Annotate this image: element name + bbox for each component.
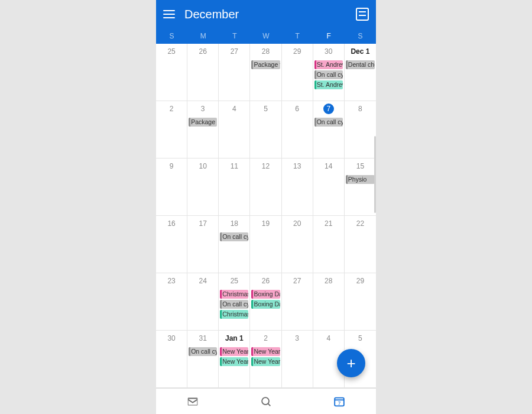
day-number: 12 <box>250 161 281 172</box>
nav-search[interactable] <box>229 389 303 414</box>
day-cell[interactable]: 26Boxing DaBoxing Da <box>250 273 281 331</box>
day-cell[interactable]: Dec 1Dental che <box>345 44 376 101</box>
dow-label: S <box>156 28 187 44</box>
day-number: 2 <box>156 104 187 114</box>
event-chip[interactable]: Boxing Da <box>251 300 280 309</box>
header-title[interactable]: December <box>184 8 346 21</box>
event-chips: Physio <box>345 175 376 184</box>
event-chips: Dental che <box>345 60 376 69</box>
day-number: 9 <box>156 161 187 172</box>
event-chip[interactable]: On call cy <box>220 300 248 309</box>
event-chips: New YearNew Year <box>250 347 281 366</box>
event-chip[interactable]: St. Andrew <box>314 80 343 89</box>
day-cell[interactable]: 14 <box>313 159 345 216</box>
event-chip[interactable]: Package t <box>251 60 280 69</box>
agenda-view-icon[interactable] <box>356 8 369 21</box>
day-cell[interactable]: 28 <box>313 273 345 331</box>
day-cell[interactable]: 18On call cy <box>219 216 250 273</box>
day-cell[interactable]: 23 <box>156 273 187 331</box>
day-cell[interactable]: 2 <box>156 101 187 159</box>
day-cell[interactable]: 22 <box>345 216 376 273</box>
day-cell[interactable]: 19 <box>250 216 281 273</box>
day-cell[interactable]: 16 <box>156 216 187 273</box>
day-number: 7 <box>313 104 344 114</box>
day-number: 23 <box>156 276 187 286</box>
month-grid[interactable]: 25262728Package t2930St. AndrewOn call c… <box>156 44 376 388</box>
day-number: 5 <box>345 333 376 344</box>
event-chip[interactable]: New Year <box>220 347 248 356</box>
event-chips: Boxing DaBoxing Da <box>250 290 281 309</box>
day-number: 18 <box>219 218 249 229</box>
search-icon <box>259 395 273 408</box>
day-cell[interactable]: 5 <box>250 101 281 159</box>
day-cell[interactable]: 3 <box>282 331 313 388</box>
day-cell[interactable]: 24 <box>187 273 219 331</box>
event-chip[interactable]: Boxing Da <box>251 290 280 299</box>
day-cell[interactable]: 15Physio <box>345 159 376 216</box>
day-cell[interactable]: Jan 1New YearNew Year <box>219 331 250 388</box>
event-chip[interactable]: On call cy <box>220 232 248 241</box>
day-number: 2 <box>250 333 281 344</box>
event-chip[interactable]: St. Andrew <box>314 60 343 69</box>
day-cell[interactable]: 27 <box>219 44 250 101</box>
day-cell[interactable]: 3Package t <box>187 101 219 159</box>
nav-mail[interactable] <box>156 389 229 414</box>
day-cell[interactable]: 27 <box>282 273 313 331</box>
nav-calendar[interactable]: 7 <box>303 389 376 414</box>
day-number: 15 <box>345 161 376 172</box>
day-cell[interactable]: 9 <box>156 159 187 216</box>
event-chip[interactable]: Package t <box>189 118 217 127</box>
day-cell[interactable]: 28Package t <box>250 44 281 101</box>
add-event-fab[interactable]: + <box>337 349 365 377</box>
event-chip[interactable]: Dental che <box>346 60 375 69</box>
event-chips: On call cy <box>313 118 344 127</box>
day-cell[interactable]: 17 <box>187 216 219 273</box>
day-cell[interactable]: 12 <box>250 159 281 216</box>
day-cell[interactable]: 8 <box>345 101 376 159</box>
app-header: December <box>156 0 376 28</box>
day-cell[interactable]: 20 <box>282 216 313 273</box>
calendar-icon: 7 <box>333 395 346 408</box>
day-cell[interactable]: 29 <box>282 44 313 101</box>
menu-icon[interactable] <box>163 10 175 18</box>
event-chip[interactable]: Christmas <box>220 310 248 319</box>
day-cell[interactable]: 31On call cy <box>187 331 219 388</box>
day-cell[interactable]: 10 <box>187 159 219 216</box>
day-number: 14 <box>313 161 344 172</box>
event-chip[interactable]: New Year <box>220 357 248 366</box>
day-cell[interactable]: 11 <box>219 159 250 216</box>
day-cell[interactable]: 21 <box>313 216 345 273</box>
day-cell[interactable]: 30 <box>156 331 187 388</box>
day-number: 13 <box>282 161 313 172</box>
event-chip[interactable]: On call cy <box>189 347 217 356</box>
day-cell[interactable]: 4 <box>219 101 250 159</box>
day-cell[interactable]: 13 <box>282 159 313 216</box>
day-cell[interactable]: 25 <box>156 44 187 101</box>
event-chip[interactable]: On call cy <box>314 118 343 127</box>
day-number: 10 <box>187 161 218 172</box>
day-cell[interactable]: 6 <box>282 101 313 159</box>
day-number: 30 <box>313 46 344 57</box>
day-number: 27 <box>219 46 249 57</box>
day-number: 25 <box>219 276 249 286</box>
event-chip[interactable]: New Year <box>251 357 280 366</box>
day-cell[interactable]: 2New YearNew Year <box>250 331 281 388</box>
event-chip[interactable]: On call cy <box>314 70 343 79</box>
svg-line-1 <box>268 403 270 406</box>
day-number: 26 <box>250 276 281 286</box>
day-number: 27 <box>282 276 313 286</box>
day-cell[interactable]: 25ChristmasOn call cyChristmas <box>219 273 250 331</box>
event-chip[interactable]: Physio <box>346 175 375 184</box>
event-chip[interactable]: Christmas <box>220 290 248 299</box>
day-cell[interactable]: 26 <box>187 44 219 101</box>
day-cell[interactable]: 30St. AndrewOn call cySt. Andrew <box>313 44 345 101</box>
event-chips: St. AndrewOn call cySt. Andrew <box>313 60 344 89</box>
day-number: 30 <box>156 333 187 344</box>
day-number: 29 <box>282 46 313 57</box>
scroll-indicator <box>374 136 376 213</box>
calendar-app-screen: December SMTWTFS 25262728Package t2930St… <box>156 0 376 414</box>
day-number: 16 <box>156 218 187 229</box>
day-cell[interactable]: 29 <box>345 273 376 331</box>
event-chip[interactable]: New Year <box>251 347 280 356</box>
day-cell[interactable]: 7On call cy <box>313 101 345 159</box>
